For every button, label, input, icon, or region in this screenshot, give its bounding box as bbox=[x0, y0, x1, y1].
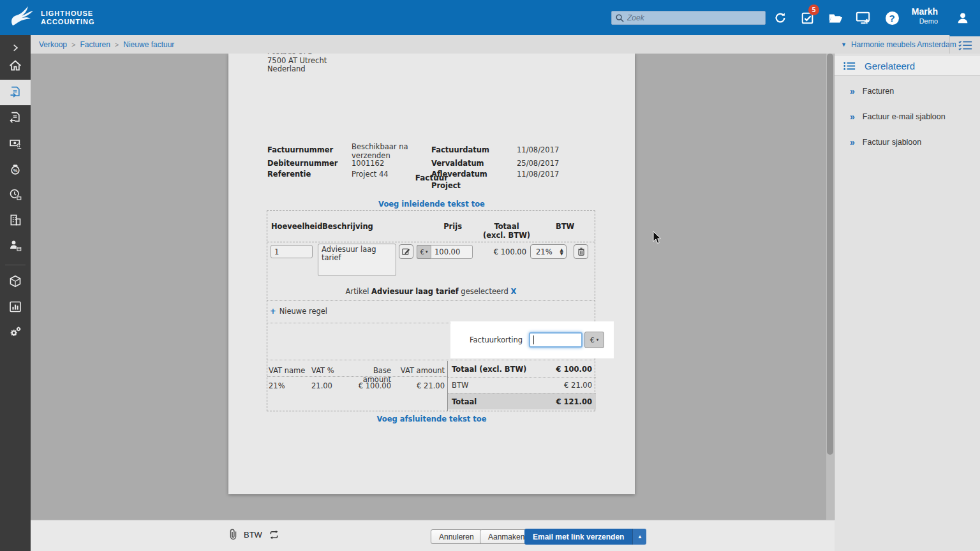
col-header-totaal-sub: (excl. BTW) bbox=[477, 231, 536, 240]
company-selector[interactable]: ▼ Harmonie meubels Amsterdam bbox=[841, 40, 956, 49]
delete-line-button[interactable] bbox=[574, 244, 588, 259]
field-value-debiteurnummer: 1001162 bbox=[352, 159, 384, 168]
discount-input[interactable] bbox=[529, 332, 583, 348]
field-value-afleverdatum: 11/08/2017 bbox=[517, 170, 559, 179]
help-button[interactable]: ? bbox=[884, 10, 900, 26]
new-window-button[interactable] bbox=[855, 10, 872, 26]
tasks-button[interactable]: 5 bbox=[799, 10, 816, 26]
vertical-scrollbar[interactable] bbox=[826, 54, 834, 520]
email-send-button[interactable]: Email met link verzenden bbox=[524, 529, 632, 545]
products-cube-icon bbox=[9, 275, 22, 288]
logo-text: LIGHTHOUSE ACCOUNTING bbox=[41, 10, 95, 26]
field-label-vervaldatum: Vervaldatum bbox=[431, 159, 484, 168]
field-label-debiteurnummer: Debiteurnummer bbox=[267, 159, 338, 168]
sidebar-item-taxes[interactable]: % bbox=[0, 156, 31, 182]
monitor-add-icon bbox=[856, 11, 871, 25]
sidebar-item-products[interactable] bbox=[0, 268, 31, 294]
breadcrumb-nieuwe-factuur[interactable]: Nieuwe factuur bbox=[123, 40, 174, 49]
related-section-header: Gerelateerd bbox=[835, 56, 980, 76]
user-role: Demo bbox=[912, 17, 938, 26]
add-line-button[interactable]: +Nieuwe regel bbox=[270, 307, 327, 316]
folder-icon bbox=[828, 11, 843, 25]
col-header-hoeveelheid: Hoeveelheid bbox=[271, 222, 323, 231]
sidebar-divider bbox=[5, 265, 26, 265]
scrollbar-thumb[interactable] bbox=[827, 54, 833, 455]
lighthouse-logo-icon bbox=[9, 5, 36, 31]
discount-currency-dropdown[interactable]: €▾ bbox=[584, 332, 604, 348]
caret-down-icon: ▼ bbox=[841, 41, 847, 48]
double-chevron-icon: » bbox=[850, 112, 855, 122]
user-name: Markh bbox=[912, 7, 938, 17]
field-value-factuurdatum: 11/08/2017 bbox=[517, 145, 559, 154]
invoice-out-icon bbox=[9, 86, 22, 99]
btw-row: BTW€ 21.00 bbox=[448, 377, 596, 393]
email-send-split-button[interactable]: Email met link verzenden ▲ bbox=[524, 529, 646, 545]
vat-select[interactable]: 21% ▲▼ bbox=[530, 244, 567, 259]
edit-line-button[interactable] bbox=[399, 244, 413, 259]
search-input[interactable] bbox=[627, 13, 761, 22]
list-icon bbox=[843, 61, 856, 71]
total-excl-row: Totaal (excl. BTW)€ 100.00 bbox=[448, 361, 596, 377]
left-sidebar: % bbox=[0, 35, 31, 551]
paperclip-icon[interactable] bbox=[228, 529, 237, 540]
cancel-button[interactable]: Annuleren bbox=[431, 529, 482, 544]
user-menu-label[interactable]: Markh Demo bbox=[912, 7, 938, 26]
btw-toggle-label[interactable]: BTW bbox=[244, 530, 262, 540]
help-icon: ? bbox=[886, 11, 899, 25]
invoice-preview: Postbus 871 7500 AT Utrecht Nederland Fa… bbox=[228, 54, 635, 494]
row-divider bbox=[267, 360, 595, 360]
bank-cash-icon bbox=[9, 137, 22, 150]
right-panel: ▼ Harmonie meubels Amsterdam Gerelateerd… bbox=[835, 35, 980, 551]
email-options-dropdown[interactable]: ▲ bbox=[632, 529, 646, 545]
quantity-input[interactable] bbox=[271, 245, 313, 258]
caret-down-icon: ▾ bbox=[597, 337, 599, 342]
field-label-afleverdatum: Afleverdatum bbox=[431, 170, 487, 179]
related-item-factuur-email-sjabloon[interactable]: » Factuur e-mail sjabloon bbox=[835, 110, 980, 123]
line-currency-dropdown[interactable]: €▾ bbox=[417, 245, 431, 259]
row-divider bbox=[267, 300, 595, 301]
sidebar-item-banking[interactable] bbox=[0, 131, 31, 156]
related-item-facturen[interactable]: » Facturen bbox=[835, 85, 980, 98]
time-tracking-icon bbox=[9, 188, 22, 201]
related-item-factuur-sjabloon[interactable]: » Factuur sjabloon bbox=[835, 136, 980, 149]
field-label-factuurnummer: Factuurnummer bbox=[267, 145, 333, 154]
documents-button[interactable] bbox=[828, 10, 844, 26]
refresh-button[interactable] bbox=[772, 10, 789, 26]
deselect-article-link[interactable]: X bbox=[511, 287, 517, 296]
pencil-icon bbox=[402, 247, 410, 256]
main-content: Postbus 871 7500 AT Utrecht Nederland Fa… bbox=[31, 54, 835, 520]
double-chevron-icon: » bbox=[850, 86, 855, 96]
price-input[interactable] bbox=[431, 245, 473, 259]
sidebar-item-home[interactable] bbox=[0, 53, 31, 78]
sidebar-item-settings[interactable] bbox=[0, 320, 31, 345]
company-building-icon bbox=[9, 214, 22, 226]
text-caret bbox=[533, 335, 534, 344]
related-title: Gerelateerd bbox=[865, 61, 915, 71]
related-tab-button[interactable] bbox=[949, 35, 980, 54]
field-label-referentie: Referentie bbox=[267, 170, 311, 179]
sidebar-item-company[interactable] bbox=[0, 207, 31, 233]
sidebar-item-purchase-invoices[interactable] bbox=[0, 105, 31, 131]
field-value-factuurnummer: Beschikbaar na verzenden bbox=[352, 143, 415, 160]
search-icon bbox=[616, 14, 624, 22]
add-intro-text-link[interactable]: Voeg inleidende tekst toe bbox=[228, 200, 635, 209]
tax-percent-icon: % bbox=[9, 163, 22, 175]
sidebar-item-employees[interactable] bbox=[0, 233, 31, 258]
global-search[interactable] bbox=[611, 11, 766, 25]
caret-up-icon: ▲ bbox=[637, 534, 642, 540]
sidebar-item-reports[interactable] bbox=[0, 294, 31, 320]
breadcrumb-facturen[interactable]: Facturen bbox=[80, 40, 110, 49]
profile-button[interactable] bbox=[954, 10, 971, 26]
description-textarea[interactable]: Adviesuur laag tarief bbox=[318, 244, 396, 276]
app-logo[interactable]: LIGHTHOUSE ACCOUNTING bbox=[9, 5, 95, 31]
plus-icon: + bbox=[270, 307, 276, 316]
add-closing-text-link[interactable]: Voeg afsluitende tekst toe bbox=[228, 415, 635, 423]
sidebar-item-sales-invoices[interactable] bbox=[0, 80, 31, 105]
breadcrumb-verkoop[interactable]: Verkoop bbox=[39, 40, 67, 49]
sidebar-item-time-tracking[interactable] bbox=[0, 182, 31, 207]
notification-badge: 5 bbox=[808, 4, 819, 15]
repeat-icon[interactable] bbox=[269, 530, 279, 540]
vat-table-row: 21% 21.00 € 100.00 € 21.00 bbox=[269, 381, 445, 390]
col-header-beschrijving: Beschrijving bbox=[322, 222, 373, 231]
select-stepper-icon: ▲▼ bbox=[560, 248, 563, 256]
